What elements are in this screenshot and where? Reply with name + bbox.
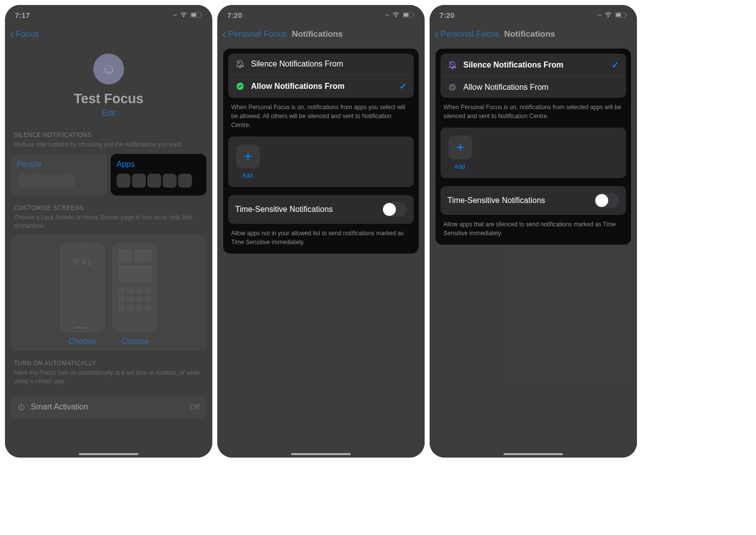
add-button[interactable]: +	[448, 135, 472, 159]
app-placeholder	[127, 287, 134, 294]
plus-icon: +	[456, 139, 464, 155]
checkmark-icon: ✓	[399, 81, 407, 92]
home-indicator[interactable]	[79, 453, 138, 455]
toggle-knob	[595, 194, 608, 207]
home-indicator[interactable]	[291, 453, 351, 455]
app-placeholder	[136, 287, 143, 294]
checkmark-seal-icon	[447, 83, 457, 92]
back-button[interactable]: Personal Focus	[228, 29, 287, 39]
time-sensitive-toggle[interactable]	[382, 202, 407, 217]
screens-card: 9:41 OOO Choose	[11, 235, 206, 351]
back-chevron-icon[interactable]: ‹	[222, 27, 226, 41]
wifi-icon	[392, 12, 400, 18]
app-placeholder	[145, 287, 152, 294]
time-sensitive-toggle[interactable]	[594, 193, 619, 208]
allow-label: Allow Notifications From	[251, 82, 393, 91]
back-button[interactable]: Focus	[16, 29, 39, 39]
apps-card[interactable]: Apps	[111, 154, 206, 196]
svg-rect-8	[626, 14, 627, 16]
power-icon: ⏻	[18, 403, 25, 411]
back-chevron-icon[interactable]: ‹	[10, 27, 14, 41]
customise-header: CUSTOMISE SCREENS	[11, 196, 206, 213]
back-button[interactable]: Personal Focus	[441, 29, 499, 39]
lock-screen-preview: 9:41 OOO	[60, 243, 105, 332]
time-sensitive-description: Allow apps not in your allowed list to s…	[228, 224, 414, 247]
widget-placeholder	[134, 249, 152, 262]
smart-label: Smart Activation	[31, 402, 88, 411]
smiley-icon: ☺	[101, 61, 117, 77]
allow-label: Allow Notifications From	[463, 83, 619, 92]
add-button[interactable]: +	[236, 144, 260, 168]
status-time: 7:20	[440, 11, 454, 19]
page-title: Notifications	[292, 29, 343, 39]
app-placeholder	[136, 305, 143, 312]
page-title: Notifications	[504, 29, 555, 39]
smart-activation-row[interactable]: ⏻ Smart Activation Off	[11, 396, 206, 418]
svg-rect-1	[191, 13, 196, 17]
lock-date: OOO	[61, 243, 104, 247]
add-label: Add	[242, 172, 406, 179]
time-sensitive-row: Time-Sensitive Notifications	[441, 186, 626, 215]
nav-bar: ‹ Personal Focus Notifications	[430, 25, 637, 44]
add-apps-card: + Add	[228, 136, 414, 187]
edit-button[interactable]: Edit	[11, 109, 206, 118]
mode-description: When Personal Focus is on, notifications…	[228, 103, 414, 136]
silence-header: SILENCE NOTIFICATIONS	[11, 123, 206, 140]
widget-placeholder	[118, 265, 152, 282]
people-avatars	[17, 174, 101, 189]
add-label: Add	[454, 163, 618, 170]
focus-avatar: ☺	[93, 54, 124, 84]
status-bar: 7:20 •••	[430, 5, 637, 25]
app-placeholder	[132, 174, 146, 188]
status-time: 7:20	[227, 11, 242, 19]
wifi-icon	[604, 12, 612, 18]
app-icons	[117, 174, 200, 188]
bell-slash-icon	[447, 61, 457, 69]
screen-silence-notifications: 7:20 ••• ‹ Personal Focus Notifications …	[430, 5, 637, 458]
svg-rect-4	[404, 13, 409, 17]
mode-description: When Personal Focus is on, notifications…	[441, 103, 626, 128]
silence-subtitle: Reduce interruptions by choosing just th…	[11, 140, 206, 154]
app-placeholder	[127, 296, 134, 303]
battery-icon	[190, 12, 202, 18]
silence-label: Silence Notifications From	[251, 60, 407, 68]
home-screen-preview	[113, 243, 157, 332]
silence-label: Silence Notifications From	[463, 61, 606, 69]
home-screen-option[interactable]: Choose	[113, 243, 157, 346]
nav-bar: ‹ Personal Focus Notifications	[217, 25, 425, 44]
silence-option[interactable]: Silence Notifications From ✓	[441, 54, 626, 77]
lock-time: 9:41	[61, 257, 104, 268]
focus-title: Test Focus	[11, 91, 206, 107]
battery-icon	[403, 12, 415, 18]
auto-subtitle: Have this Focus turn on automatically at…	[11, 369, 206, 391]
app-placeholder	[147, 174, 161, 188]
notifications-panel: Silence Notifications From ✓ Allow Notif…	[436, 49, 631, 245]
svg-rect-5	[414, 14, 415, 16]
time-sensitive-label: Time-Sensitive Notifications	[235, 205, 333, 214]
choose-lock-button[interactable]: Choose	[60, 337, 105, 346]
status-bar: 7:20 •••	[217, 5, 425, 25]
choose-home-button[interactable]: Choose	[113, 337, 157, 346]
svg-rect-2	[201, 14, 202, 16]
smart-value: Off	[189, 402, 199, 411]
status-bar: 7:17 •••	[5, 5, 212, 25]
app-placeholder	[145, 296, 152, 303]
allow-option[interactable]: Allow Notifications From	[441, 77, 626, 98]
screen-focus-config: 7:17 ••• ‹ Focus ☺ Test Focus Edit SILEN…	[5, 5, 212, 458]
home-indicator[interactable]	[504, 453, 563, 455]
silence-option[interactable]: Silence Notifications From	[228, 54, 414, 75]
back-chevron-icon[interactable]: ‹	[435, 27, 439, 41]
time-sensitive-row: Time-Sensitive Notifications	[228, 195, 414, 224]
lock-screen-option[interactable]: 9:41 OOO Choose	[60, 243, 105, 346]
app-placeholder	[145, 305, 152, 312]
app-placeholder	[127, 305, 134, 312]
people-card[interactable]: People	[11, 154, 107, 196]
wifi-icon	[180, 12, 188, 18]
checkmark-icon: ✓	[612, 60, 619, 70]
people-label: People	[17, 160, 101, 169]
cellular-icon: •••	[385, 12, 389, 18]
svg-rect-7	[616, 13, 621, 17]
nav-bar: ‹ Focus	[5, 25, 212, 44]
allow-option[interactable]: Allow Notifications From ✓	[228, 75, 414, 98]
screen-allow-notifications: 7:20 ••• ‹ Personal Focus Notifications …	[217, 5, 425, 458]
